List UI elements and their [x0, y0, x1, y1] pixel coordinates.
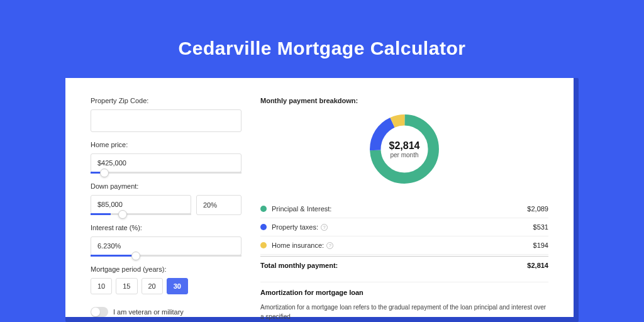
item-label-text: Home insurance: — [272, 242, 324, 249]
breakdown-donut-chart: $2,814 per month — [366, 111, 443, 187]
dot-icon — [260, 224, 267, 230]
zip-input[interactable] — [91, 109, 242, 132]
total-value: $2,814 — [527, 262, 548, 269]
period-button-20[interactable]: 20 — [142, 278, 163, 294]
down-payment-slider-thumb[interactable] — [118, 210, 127, 219]
period-button-15[interactable]: 15 — [116, 278, 137, 294]
home-price-input[interactable] — [91, 153, 242, 172]
item-label: Property taxes: ? — [272, 223, 533, 231]
info-icon[interactable]: ? — [321, 224, 328, 231]
down-payment-label: Down payment: — [91, 182, 242, 190]
breakdown-total: Total monthly payment: $2,814 — [260, 256, 548, 274]
item-label-text: Property taxes: — [272, 223, 318, 231]
item-value: $194 — [533, 242, 548, 249]
item-value: $531 — [533, 223, 548, 231]
home-price-slider[interactable] — [91, 172, 242, 174]
veteran-toggle-knob — [91, 308, 100, 316]
period-button-30[interactable]: 30 — [167, 278, 188, 294]
veteran-label: I am veteran or military — [113, 308, 184, 316]
period-button-10[interactable]: 10 — [91, 278, 112, 294]
interest-slider[interactable] — [91, 255, 242, 257]
page-title: Cedarville Mortgage Calculator — [0, 0, 644, 78]
calculator-card: Property Zip Code: Home price: Down paym… — [65, 78, 574, 317]
interest-input[interactable] — [91, 236, 242, 255]
breakdown-item-insurance: Home insurance: ? $194 — [260, 236, 548, 255]
home-price-label: Home price: — [91, 141, 242, 148]
down-payment-slider[interactable] — [91, 213, 191, 215]
info-icon[interactable]: ? — [326, 242, 333, 249]
dot-icon — [260, 242, 267, 248]
home-price-slider-thumb[interactable] — [100, 169, 109, 177]
donut-center-value: $2,814 — [389, 140, 420, 152]
down-payment-percent-input[interactable] — [196, 195, 242, 215]
amortization-text: Amortization for a mortgage loan refers … — [260, 303, 548, 321]
breakdown-title: Monthly payment breakdown: — [260, 97, 548, 104]
amortization-title: Amortization for mortgage loan — [260, 289, 548, 296]
item-label: Home insurance: ? — [272, 242, 533, 249]
item-label: Principal & Interest: — [272, 205, 527, 213]
dot-icon — [260, 206, 267, 212]
divider — [260, 282, 548, 282]
interest-slider-thumb[interactable] — [131, 252, 140, 260]
card-shadow: Property Zip Code: Home price: Down paym… — [65, 78, 579, 322]
breakdown-item-taxes: Property taxes: ? $531 — [260, 218, 548, 236]
inputs-column: Property Zip Code: Home price: Down paym… — [91, 97, 242, 317]
veteran-toggle[interactable] — [91, 307, 108, 317]
total-label: Total monthly payment: — [260, 262, 527, 269]
zip-label: Property Zip Code: — [91, 97, 242, 104]
breakdown-list: Principal & Interest: $2,089 Property ta… — [260, 200, 548, 274]
down-payment-amount-input[interactable] — [91, 195, 191, 214]
period-label: Mortgage period (years): — [91, 265, 242, 273]
period-button-group: 10 15 20 30 — [91, 278, 242, 294]
donut-center-label: per month — [390, 152, 418, 158]
breakdown-item-principal: Principal & Interest: $2,089 — [260, 200, 548, 218]
interest-label: Interest rate (%): — [91, 224, 242, 231]
breakdown-column: Monthly payment breakdown: $2,814 per mo… — [260, 97, 548, 317]
item-value: $2,089 — [527, 205, 548, 213]
